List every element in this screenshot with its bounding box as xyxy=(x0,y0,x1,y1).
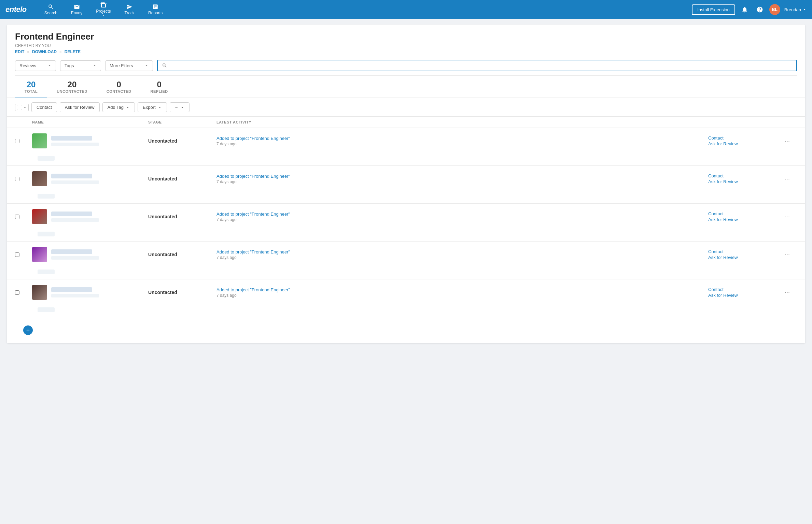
tag-placeholder xyxy=(38,307,55,312)
install-extension-button[interactable]: Install Extension xyxy=(692,4,735,15)
row-checkbox-1[interactable] xyxy=(15,139,32,143)
activity-column: Added to project "Frontend Engineer" 7 d… xyxy=(216,136,708,146)
candidate-info-cell xyxy=(32,171,148,186)
stat-total[interactable]: 20 TOTAL xyxy=(15,76,47,98)
actions-column: Contact Ask for Review xyxy=(708,173,783,184)
row-more-button[interactable]: ··· xyxy=(783,136,797,146)
username[interactable]: Brendan xyxy=(784,7,807,12)
activity-column: Added to project "Frontend Engineer" 7 d… xyxy=(216,212,708,222)
nav-track[interactable]: Track xyxy=(118,0,142,19)
candidate-title xyxy=(51,294,99,297)
add-tag-dropdown-icon xyxy=(126,105,130,110)
candidate-tags xyxy=(7,230,805,241)
user-avatar[interactable]: BL xyxy=(769,4,780,15)
table-row: Uncontacted Added to project "Frontend E… xyxy=(7,204,805,242)
candidate-tags xyxy=(7,305,805,317)
add-candidate-button[interactable]: + xyxy=(23,325,33,335)
more-filters[interactable]: More Filters xyxy=(105,60,153,71)
logo[interactable]: entelo xyxy=(5,5,27,14)
candidate-title xyxy=(51,180,99,184)
contact-action-link[interactable]: Contact xyxy=(708,173,724,178)
tag-placeholder xyxy=(38,194,55,199)
nav-reports[interactable]: Reports xyxy=(141,0,169,19)
candidate-info-cell xyxy=(32,133,148,148)
select-all-checkbox[interactable] xyxy=(17,105,22,110)
row-checkbox-5[interactable] xyxy=(15,290,32,295)
contact-action-link[interactable]: Contact xyxy=(708,287,724,292)
stage-badge: Uncontacted xyxy=(148,176,216,181)
toolbar: Contact Ask for Review Add Tag Export ··… xyxy=(7,98,805,117)
candidate-name xyxy=(51,212,92,216)
export-button[interactable]: Export xyxy=(138,102,167,112)
col-stage: STAGE xyxy=(148,120,216,124)
contact-action-link[interactable]: Contact xyxy=(708,211,724,216)
candidate-info xyxy=(51,287,99,297)
tag-placeholder xyxy=(38,232,55,236)
candidate-info xyxy=(51,212,99,222)
row-checkbox-3[interactable] xyxy=(15,215,32,219)
candidate-name xyxy=(51,249,92,254)
activity-column: Added to project "Frontend Engineer" 7 d… xyxy=(216,174,708,184)
ask-review-action-link[interactable]: Ask for Review xyxy=(708,293,738,298)
col-activity: LATEST ACTIVITY xyxy=(216,120,708,124)
actions-column: Contact Ask for Review xyxy=(708,135,783,146)
notifications-icon[interactable] xyxy=(739,4,750,15)
ask-review-action-link[interactable]: Ask for Review xyxy=(708,141,738,146)
stat-replied[interactable]: 0 REPLIED xyxy=(141,76,178,98)
ask-review-button[interactable]: Ask for Review xyxy=(60,102,100,112)
navigation: entelo Search Envoy Projects Track Rep xyxy=(0,0,812,19)
contact-button[interactable]: Contact xyxy=(31,102,57,112)
actions-column: Contact Ask for Review xyxy=(708,211,783,222)
download-link[interactable]: DOWNLOAD xyxy=(32,49,57,54)
row-checkbox-2[interactable] xyxy=(15,177,32,181)
nav-envoy-label: Envoy xyxy=(71,11,82,15)
edit-link[interactable]: EDIT xyxy=(15,49,24,54)
candidate-info xyxy=(51,174,99,184)
add-candidate-section: + xyxy=(7,317,805,343)
candidate-info-cell xyxy=(32,285,148,300)
search-input[interactable] xyxy=(170,63,792,68)
reviews-filter[interactable]: Reviews xyxy=(15,60,56,71)
row-more-button[interactable]: ··· xyxy=(783,288,797,297)
row-more-button[interactable]: ··· xyxy=(783,212,797,222)
nav-search[interactable]: Search xyxy=(38,0,64,19)
help-icon[interactable] xyxy=(754,4,765,15)
select-dropdown-icon[interactable] xyxy=(23,105,27,110)
search-box[interactable] xyxy=(157,60,797,71)
candidate-title xyxy=(51,256,99,260)
candidate-table: Uncontacted Added to project "Frontend E… xyxy=(7,128,805,317)
candidate-name xyxy=(51,136,92,141)
table-row: Uncontacted Added to project "Frontend E… xyxy=(7,242,805,279)
stat-contacted[interactable]: 0 CONTACTED xyxy=(97,76,141,98)
delete-link[interactable]: DELETE xyxy=(65,49,81,54)
candidate-avatar xyxy=(32,285,47,300)
row-more-button[interactable]: ··· xyxy=(783,250,797,260)
candidate-tags xyxy=(7,267,805,279)
table-row: Uncontacted Added to project "Frontend E… xyxy=(7,279,805,317)
row-checkbox-4[interactable] xyxy=(15,252,32,257)
stats-bar: 20 TOTAL 20 UNCONTACTED 0 CONTACTED 0 RE… xyxy=(7,76,805,98)
ask-review-action-link[interactable]: Ask for Review xyxy=(708,179,738,184)
contact-action-link[interactable]: Contact xyxy=(708,135,724,141)
tags-filter[interactable]: Tags xyxy=(60,60,101,71)
contact-action-link[interactable]: Contact xyxy=(708,249,724,254)
nav-envoy[interactable]: Envoy xyxy=(64,0,89,19)
more-options-button[interactable]: ··· xyxy=(170,102,190,112)
stage-badge: Uncontacted xyxy=(148,138,216,144)
nav-search-label: Search xyxy=(44,11,57,15)
stat-uncontacted[interactable]: 20 UNCONTACTED xyxy=(47,76,97,98)
nav-projects[interactable]: Projects xyxy=(89,0,117,19)
table-header: NAME STAGE LATEST ACTIVITY xyxy=(7,117,805,128)
table-row: Uncontacted Added to project "Frontend E… xyxy=(7,166,805,204)
nav-projects-label: Projects xyxy=(96,9,111,14)
row-more-button[interactable]: ··· xyxy=(783,174,797,184)
activity-time: 7 days ago xyxy=(216,179,708,184)
candidate-info-cell xyxy=(32,209,148,224)
ask-review-action-link[interactable]: Ask for Review xyxy=(708,255,738,260)
candidate-name xyxy=(51,287,92,292)
add-tag-button[interactable]: Add Tag xyxy=(102,102,135,112)
candidate-info xyxy=(51,136,99,146)
ask-review-action-link[interactable]: Ask for Review xyxy=(708,217,738,222)
select-all-wrap[interactable] xyxy=(15,104,29,111)
filters-row: Reviews Tags More Filters xyxy=(15,60,797,76)
